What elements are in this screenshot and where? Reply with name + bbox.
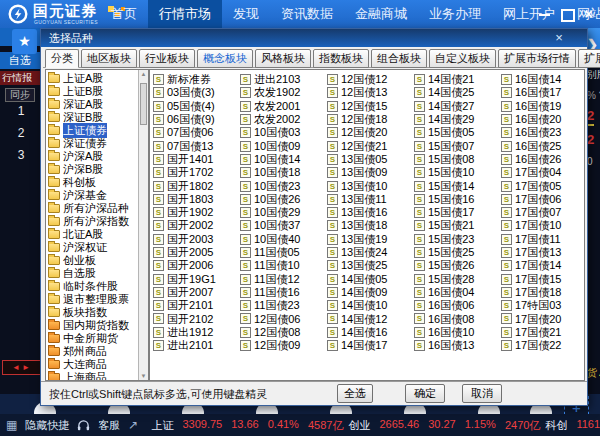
bond-item-10国债03[interactable]: S10国债03 xyxy=(240,126,327,139)
bond-item-15国债05[interactable]: S15国债05 xyxy=(414,126,501,139)
sync-button[interactable]: 同步 xyxy=(5,88,35,102)
bond-item-14国债10[interactable]: S14国债10 xyxy=(327,299,414,312)
bond-item-15国债26[interactable]: S15国债26 xyxy=(414,259,501,272)
quote-board-tab[interactable]: 行情报 xyxy=(0,71,40,85)
bond-item-15国债17[interactable]: S15国债17 xyxy=(414,206,501,219)
bond-item-15国债10[interactable]: S15国债10 xyxy=(414,166,501,179)
tab-指数板块[interactable]: 指数板块 xyxy=(313,49,369,68)
maximize-icon[interactable] xyxy=(560,8,573,21)
bond-item-16国债17[interactable]: S16国债17 xyxy=(501,86,585,99)
bond-item-10国债40[interactable]: S10国债40 xyxy=(240,233,327,246)
bond-item-16国债10[interactable]: S16国债10 xyxy=(414,326,501,339)
bond-item-13国债05[interactable]: S13国债05 xyxy=(327,153,414,166)
bond-item-03国债(3)[interactable]: S03国债(3) xyxy=(153,86,240,99)
menu-item-首页[interactable]: 首页 xyxy=(100,0,148,28)
bond-item-10国债18[interactable]: S10国债18 xyxy=(240,166,327,179)
favorites-tab[interactable]: 自选 xyxy=(0,52,40,69)
menu-item-行情市场[interactable]: 行情市场 xyxy=(148,0,222,28)
bond-item-13国债09[interactable]: S13国债09 xyxy=(327,166,414,179)
bond-item-10国债14[interactable]: S10国债14 xyxy=(240,153,327,166)
bond-item-国开1802[interactable]: S国开1802 xyxy=(153,179,240,192)
bond-item-国开19G1[interactable]: S国开19G1 xyxy=(153,272,240,285)
bond-item-16国债06[interactable]: S16国债06 xyxy=(414,299,501,312)
bond-item-10国债29[interactable]: S10国债29 xyxy=(240,206,327,219)
page-number-3[interactable]: 3 xyxy=(13,148,29,162)
menu-item-金融商城[interactable]: 金融商城 xyxy=(344,0,418,28)
bond-item-16国债26[interactable]: S16国债26 xyxy=(501,153,585,166)
tab-扩展市场行情[interactable]: 扩展市场行情 xyxy=(498,49,576,68)
bond-item-12国债12[interactable]: S12国债12 xyxy=(327,73,414,86)
bond-item-国开2101[interactable]: S国开2101 xyxy=(153,299,240,312)
bond-item-15国债14[interactable]: S15国债14 xyxy=(414,179,501,192)
bond-item-14国债05[interactable]: S14国债05 xyxy=(327,272,414,285)
bond-item-15国债28[interactable]: S15国债28 xyxy=(414,272,501,285)
bond-item-16国债08[interactable]: S16国债08 xyxy=(414,312,501,325)
page-number-1[interactable]: 1 xyxy=(13,104,29,118)
tree-scrollbar[interactable]: ▲ ▼ xyxy=(138,70,148,380)
bond-item-国开2007[interactable]: S国开2007 xyxy=(153,286,240,299)
bond-item-10国债23[interactable]: S10国债23 xyxy=(240,179,327,192)
bond-item-国开1401[interactable]: S国开1401 xyxy=(153,153,240,166)
bond-item-13国债24[interactable]: S13国债24 xyxy=(327,246,414,259)
bond-item-07国债06[interactable]: S07国债06 xyxy=(153,126,240,139)
bond-item-农发2002[interactable]: S农发2002 xyxy=(240,113,327,126)
bond-item-12国债21[interactable]: S12国债21 xyxy=(327,139,414,152)
bond-item-11国债16[interactable]: S11国债16 xyxy=(240,286,327,299)
tab-概念板块[interactable]: 概念板块 xyxy=(197,49,253,68)
menu-item-资讯数据[interactable]: 资讯数据 xyxy=(270,0,344,28)
bond-item-14国债12[interactable]: S14国债12 xyxy=(327,312,414,325)
favorites-star-icon[interactable]: ★ xyxy=(12,29,37,54)
bond-item-国开2005[interactable]: S国开2005 xyxy=(153,246,240,259)
scroll-down-icon[interactable]: ▼ xyxy=(139,373,148,379)
tab-风格板块[interactable]: 风格板块 xyxy=(255,49,311,68)
bond-item-国开2102[interactable]: S国开2102 xyxy=(153,312,240,325)
bond-item-12国债20[interactable]: S12国债20 xyxy=(327,126,414,139)
tab-组合板块[interactable]: 组合板块 xyxy=(371,49,427,68)
cancel-button[interactable]: 取消 xyxy=(462,384,502,403)
pager-arrows-icon[interactable]: ◄► xyxy=(2,360,42,375)
bond-item-15国债21[interactable]: S15国债21 xyxy=(414,219,501,232)
bond-item-13国债18[interactable]: S13国债18 xyxy=(327,219,414,232)
bond-item-进出1912[interactable]: S进出1912 xyxy=(153,326,240,339)
bond-item-国开2006[interactable]: S国开2006 xyxy=(153,259,240,272)
bond-item-13国债11[interactable]: S13国债11 xyxy=(327,193,414,206)
tab-地区板块[interactable]: 地区板块 xyxy=(81,49,137,68)
bond-item-农发2001[interactable]: S农发2001 xyxy=(240,100,327,113)
bond-item-16国债19[interactable]: S16国债19 xyxy=(501,100,585,113)
hide-shortcut-label[interactable]: 隐藏快捷 xyxy=(25,418,69,433)
bond-item-17特国03[interactable]: S17特国03 xyxy=(501,299,585,312)
bond-item-12国债18[interactable]: S12国债18 xyxy=(327,113,414,126)
bond-item-12国债06[interactable]: S12国债06 xyxy=(240,312,327,325)
bond-item-16国债04[interactable]: S16国债04 xyxy=(414,286,501,299)
bond-item-国开2003[interactable]: S国开2003 xyxy=(153,233,240,246)
minimize-icon[interactable] xyxy=(538,8,551,21)
bond-item-17国债15[interactable]: S17国债15 xyxy=(501,272,585,285)
bond-item-17国债14[interactable]: S17国债14 xyxy=(501,259,585,272)
bond-item-17国债04[interactable]: S17国债04 xyxy=(501,166,585,179)
bond-item-17国债22[interactable]: S17国债22 xyxy=(501,339,585,352)
bond-item-06国债(9)[interactable]: S06国债(9) xyxy=(153,113,240,126)
dialog-close-icon[interactable]: × xyxy=(551,29,567,47)
bond-item-国开1902[interactable]: S国开1902 xyxy=(153,206,240,219)
bond-item-进出2101[interactable]: S进出2101 xyxy=(153,339,240,352)
bond-item-17国债10[interactable]: S17国债10 xyxy=(501,219,585,232)
close-icon[interactable]: × xyxy=(582,8,595,21)
bond-item-17国债05[interactable]: S17国债05 xyxy=(501,179,585,192)
bond-item-17国债13[interactable]: S17国债13 xyxy=(501,246,585,259)
bond-item-13国债10[interactable]: S13国债10 xyxy=(327,179,414,192)
tab-扩展行情板块[interactable]: 扩展行情板块 xyxy=(578,49,600,68)
tab-分类[interactable]: 分类 xyxy=(45,49,79,68)
bond-item-国开1702[interactable]: S国开1702 xyxy=(153,166,240,179)
bond-item-14国债27[interactable]: S14国债27 xyxy=(414,100,501,113)
tab-自定义板块[interactable]: 自定义板块 xyxy=(429,49,496,68)
bond-item-16国债13[interactable]: S16国债13 xyxy=(414,339,501,352)
bond-item-12国债13[interactable]: S12国债13 xyxy=(327,86,414,99)
bond-item-14国债25[interactable]: S14国债25 xyxy=(414,86,501,99)
bond-item-13国债25[interactable]: S13国债25 xyxy=(327,259,414,272)
bond-item-14国债17[interactable]: S14国债17 xyxy=(327,339,414,352)
tree-item-上海商品[interactable]: 上海商品 xyxy=(46,371,148,381)
tab-行业板块[interactable]: 行业板块 xyxy=(139,49,195,68)
hide-shortcut-grid-icon[interactable]: ▦ xyxy=(6,418,17,432)
bond-item-10国债26[interactable]: S10国债26 xyxy=(240,193,327,206)
menu-item-发现[interactable]: 发现 xyxy=(222,0,270,28)
